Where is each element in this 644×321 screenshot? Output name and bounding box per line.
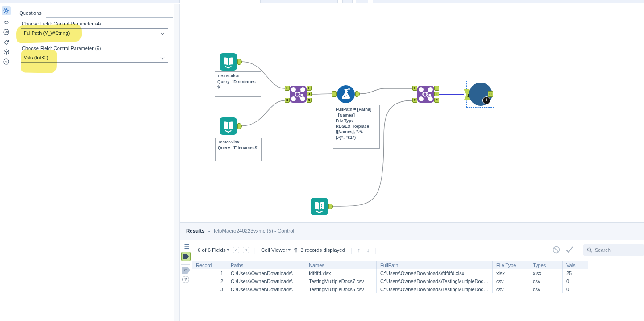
col-header-filetype[interactable]: File Type <box>493 261 529 269</box>
chevron-down-icon <box>161 56 164 59</box>
select-all-fields-button[interactable]: ✓ <box>233 247 239 253</box>
interface-designer-gear-icon[interactable] <box>2 6 11 15</box>
col-header-record[interactable]: Record <box>192 261 227 269</box>
join-2-input-L-anchor[interactable]: L <box>412 86 417 91</box>
control-parameter-9-value: Vals (Int32) <box>24 55 48 60</box>
selected-wire <box>439 94 464 95</box>
join-1-input-R-anchor[interactable]: R <box>285 98 290 103</box>
join-1-output-J-anchor[interactable]: J <box>307 92 312 96</box>
svg-text:?: ? <box>5 60 8 64</box>
fields-list-icon[interactable] <box>182 243 189 249</box>
deselect-fields-button[interactable]: ✕ <box>243 247 249 253</box>
fields-dropdown[interactable]: 6 of 6 Fields <box>198 247 229 253</box>
help-icon[interactable]: ? <box>2 57 11 66</box>
join-1-output-R-anchor[interactable]: R <box>307 98 312 103</box>
table-header-row: Record Paths Names FullPath File Type Ty… <box>192 261 588 269</box>
top-strip-seg3 <box>356 0 368 3</box>
top-strip-seg2 <box>342 0 353 3</box>
col-header-vals[interactable]: Vals <box>563 261 588 269</box>
left-toolbar: <> ? <box>0 4 12 321</box>
strip-divider <box>181 264 190 265</box>
results-help-icon[interactable]: ? <box>182 276 189 283</box>
directory-tool[interactable] <box>311 198 328 215</box>
join-1-output-L-anchor[interactable]: L <box>307 86 312 91</box>
package-icon[interactable] <box>2 47 11 56</box>
results-toolbar: 6 of 6 Fields ✓ ✕ | Cell Viewer ¶ 3 reco… <box>180 240 644 261</box>
tab-questions[interactable]: Questions <box>15 8 46 18</box>
panel-splitter[interactable] <box>174 4 180 321</box>
control-parameter-4-dropdown[interactable]: FullPath (V_WString) <box>21 28 168 38</box>
macro-output-anchor[interactable]: O <box>488 91 493 97</box>
input-2-annotation[interactable]: Tester.xlsx Query=`Filenames$` <box>215 138 262 161</box>
table-row[interactable]: 1 C:\Users\Owner\Downloads\ fdfdfd.xlsx … <box>192 269 588 277</box>
caret-down-icon <box>227 249 229 251</box>
col-header-fullpath[interactable]: FullPath <box>377 261 493 269</box>
scroll-up-button[interactable]: ↑ <box>357 246 361 254</box>
top-strip-seg4 <box>373 0 644 3</box>
search-input[interactable] <box>595 247 635 253</box>
chevron-down-icon <box>161 31 164 35</box>
results-table: Record Paths Names FullPath File Type Ty… <box>192 261 588 293</box>
code-icon[interactable]: <> <box>2 18 11 27</box>
control-parameter-9-dropdown[interactable]: Vals (Int32) <box>21 53 168 63</box>
table-row[interactable]: 2 C:\Users\Owner\Downloads\ TestingMulti… <box>192 277 588 285</box>
results-header: Results - HelpMacro240223yxmc (5) - Cont… <box>180 222 644 240</box>
control-parameter-4-label: Choose Field: Control Parameter (4) <box>22 21 101 26</box>
formula-annotation[interactable]: FullPath = [Paths] +[Names] File Type = … <box>333 105 380 149</box>
output-anchor-view-button[interactable]: O <box>182 267 190 274</box>
tag-icon[interactable] <box>2 38 11 46</box>
scroll-down-button[interactable]: ↓ <box>367 246 370 254</box>
apply-check-icon[interactable] <box>565 245 574 256</box>
join-2-input-R-anchor[interactable]: R <box>412 98 417 103</box>
join-tool-2[interactable] <box>417 86 434 103</box>
formula-tool[interactable] <box>337 85 355 103</box>
control-input-anchor-view-button[interactable] <box>181 252 191 261</box>
search-box[interactable] <box>583 244 644 256</box>
results-subtitle: - HelpMacro240223yxmc (5) - Control <box>208 228 294 233</box>
control-parameter-4-value: FullPath (V_WString) <box>24 30 70 36</box>
join-tool-1[interactable] <box>290 86 307 103</box>
input-data-tool-1[interactable] <box>220 53 237 71</box>
col-header-paths[interactable]: Paths <box>227 261 305 269</box>
results-title: Results <box>186 228 205 233</box>
questions-panel <box>18 17 173 318</box>
top-strip-left <box>0 0 180 3</box>
table-row[interactable]: 3 C:\Users\Owner\Downloads\ TestingMulti… <box>192 285 588 293</box>
input-1-annotation[interactable]: Tester.xlsx Query=`Directories$` <box>215 71 261 97</box>
no-highlight-icon[interactable] <box>553 246 560 255</box>
formula-input-anchor[interactable] <box>332 91 337 97</box>
search-icon <box>587 247 592 253</box>
anchor-flag-icon <box>183 254 189 259</box>
connection-wires <box>180 4 644 222</box>
share-icon[interactable] <box>2 28 11 37</box>
col-header-names[interactable]: Names <box>305 261 377 269</box>
cell-viewer-dropdown[interactable]: Cell Viewer <box>261 247 291 253</box>
pilcrow-icon[interactable]: ¶ <box>294 247 297 253</box>
join-2-output-L-anchor[interactable]: L <box>434 86 439 91</box>
join-2-output-J-anchor[interactable]: J <box>434 92 439 96</box>
col-header-types[interactable]: Types <box>529 261 563 269</box>
caret-down-icon <box>288 249 291 251</box>
records-displayed-text: 3 records displayed <box>300 247 345 253</box>
join-2-output-R-anchor[interactable]: R <box>434 98 439 103</box>
top-strip-seg1 <box>260 0 338 3</box>
workflow-canvas[interactable]: Tester.xlsx Query=`Directories$` Tester.… <box>180 4 644 222</box>
input-data-tool-2[interactable] <box>220 117 237 135</box>
control-parameter-9-label: Choose Field: Control Parameter (9) <box>22 46 101 51</box>
macro-plus-badge-icon: + <box>483 97 490 104</box>
join-1-input-L-anchor[interactable]: L <box>285 86 290 91</box>
